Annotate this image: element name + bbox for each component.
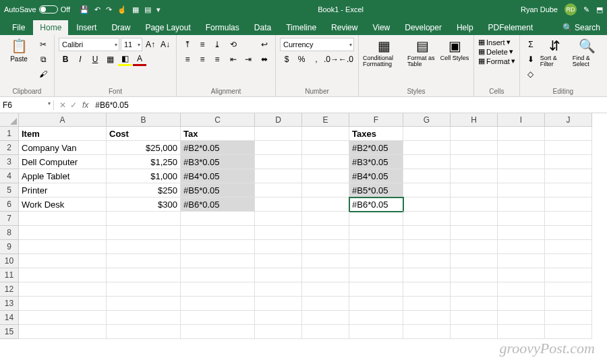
cell-B9[interactable] [107, 240, 181, 254]
cut-icon[interactable]: ✂ [36, 38, 50, 51]
name-box[interactable]: F6 [0, 100, 54, 110]
row-header-6[interactable]: 6 [0, 198, 19, 212]
cell-I15[interactable] [498, 325, 545, 339]
pen-icon[interactable]: ✎ [583, 5, 589, 14]
cell-G7[interactable] [403, 212, 451, 226]
font-size-combo[interactable]: 11 [121, 38, 142, 51]
fill-color-button[interactable]: ◧ [118, 53, 132, 66]
cell-F12[interactable] [349, 282, 403, 297]
cell-I2[interactable] [498, 141, 545, 155]
cell-J10[interactable] [545, 254, 592, 268]
align-top-icon[interactable]: ⤒ [181, 38, 194, 51]
cell-A12[interactable] [19, 282, 107, 297]
cell-E10[interactable] [302, 254, 349, 268]
underline-button[interactable]: U [88, 53, 102, 66]
cell-B1[interactable]: Cost [107, 127, 181, 141]
cell-I1[interactable] [498, 127, 545, 141]
cell-J9[interactable] [545, 240, 592, 254]
cell-B11[interactable] [107, 268, 181, 282]
cell-G11[interactable] [403, 268, 451, 282]
cell-I4[interactable] [498, 169, 545, 183]
cell-J15[interactable] [545, 325, 592, 339]
tab-review[interactable]: Review [324, 20, 364, 35]
cell-D14[interactable] [255, 311, 302, 325]
cancel-formula-icon[interactable]: ✕ [59, 100, 66, 110]
cell-J4[interactable] [545, 169, 592, 183]
cell-I11[interactable] [498, 268, 545, 282]
increase-font-icon[interactable]: A↑ [144, 38, 157, 51]
number-format-combo[interactable]: Currency [280, 38, 354, 51]
row-header-13[interactable]: 13 [0, 297, 19, 311]
tab-developer[interactable]: Developer [398, 20, 449, 35]
cell-E8[interactable] [302, 226, 349, 240]
cell-I14[interactable] [498, 311, 545, 325]
cell-G15[interactable] [403, 325, 451, 339]
cell-I10[interactable] [498, 254, 545, 268]
format-button[interactable]: ▦ Format ▾ [478, 57, 515, 65]
cell-F3[interactable]: #B3*0.05 [349, 155, 403, 169]
cell-F4[interactable]: #B4*0.05 [349, 169, 403, 183]
cell-C1[interactable]: Tax [181, 127, 255, 141]
cell-E12[interactable] [302, 282, 349, 297]
cell-C15[interactable] [181, 325, 255, 339]
align-right-icon[interactable]: ≡ [210, 53, 224, 66]
cell-E7[interactable] [302, 212, 349, 226]
tab-view[interactable]: View [366, 20, 397, 35]
cell-J14[interactable] [545, 311, 592, 325]
cell-H12[interactable] [451, 282, 498, 297]
cell-I9[interactable] [498, 240, 545, 254]
cell-H1[interactable] [451, 127, 498, 141]
cell-D3[interactable] [255, 155, 302, 169]
cell-F8[interactable] [349, 226, 403, 240]
cell-C12[interactable] [181, 282, 255, 297]
row-header-4[interactable]: 4 [0, 169, 19, 183]
cell-H8[interactable] [451, 226, 498, 240]
cell-A11[interactable] [19, 268, 107, 282]
tab-help[interactable]: Help [450, 20, 480, 35]
cell-H6[interactable] [451, 198, 498, 212]
row-header-2[interactable]: 2 [0, 141, 19, 155]
col-header-D[interactable]: D [255, 113, 302, 127]
col-header-E[interactable]: E [302, 113, 349, 127]
row-header-7[interactable]: 7 [0, 212, 19, 226]
cell-C14[interactable] [181, 311, 255, 325]
align-middle-icon[interactable]: ≡ [196, 38, 209, 51]
cell-G12[interactable] [403, 282, 451, 297]
italic-button[interactable]: I [74, 53, 87, 66]
cell-A13[interactable] [19, 297, 107, 311]
col-header-A[interactable]: A [19, 113, 107, 127]
row-header-9[interactable]: 9 [0, 240, 19, 254]
cell-E5[interactable] [302, 183, 349, 198]
cell-E9[interactable] [302, 240, 349, 254]
cell-D11[interactable] [255, 268, 302, 282]
sort-filter-button[interactable]: ⇵Sort & Filter [540, 38, 570, 67]
cell-J2[interactable] [545, 141, 592, 155]
copy-icon[interactable]: ⧉ [36, 53, 50, 66]
conditional-formatting-button[interactable]: ▦Conditional Formatting [363, 38, 405, 67]
fill-icon[interactable]: ⬇ [524, 53, 538, 66]
cell-H13[interactable] [451, 297, 498, 311]
align-bottom-icon[interactable]: ⤓ [210, 38, 224, 51]
cell-D8[interactable] [255, 226, 302, 240]
autosum-icon[interactable]: Σ [524, 38, 538, 51]
cell-G9[interactable] [403, 240, 451, 254]
cell-G4[interactable] [403, 169, 451, 183]
cell-G2[interactable] [403, 141, 451, 155]
cell-F11[interactable] [349, 268, 403, 282]
row-header-14[interactable]: 14 [0, 311, 19, 325]
cell-J6[interactable] [545, 198, 592, 212]
cell-E1[interactable] [302, 127, 349, 141]
increase-decimal-icon[interactable]: .0→ [324, 53, 338, 66]
cell-G14[interactable] [403, 311, 451, 325]
cell-E15[interactable] [302, 325, 349, 339]
cell-styles-button[interactable]: ▣Cell Styles [440, 38, 469, 61]
cell-D13[interactable] [255, 297, 302, 311]
row-header-15[interactable]: 15 [0, 325, 19, 339]
touch-mode-icon[interactable]: ☝ [117, 5, 127, 14]
cell-A4[interactable]: Apple Tablet [19, 169, 107, 183]
tab-file[interactable]: File [5, 20, 32, 35]
autosave-toggle[interactable]: AutoSave Off [4, 5, 70, 13]
cell-F6[interactable]: #B6*0.05 [349, 198, 403, 212]
cell-B8[interactable] [107, 226, 181, 240]
cell-C7[interactable] [181, 212, 255, 226]
